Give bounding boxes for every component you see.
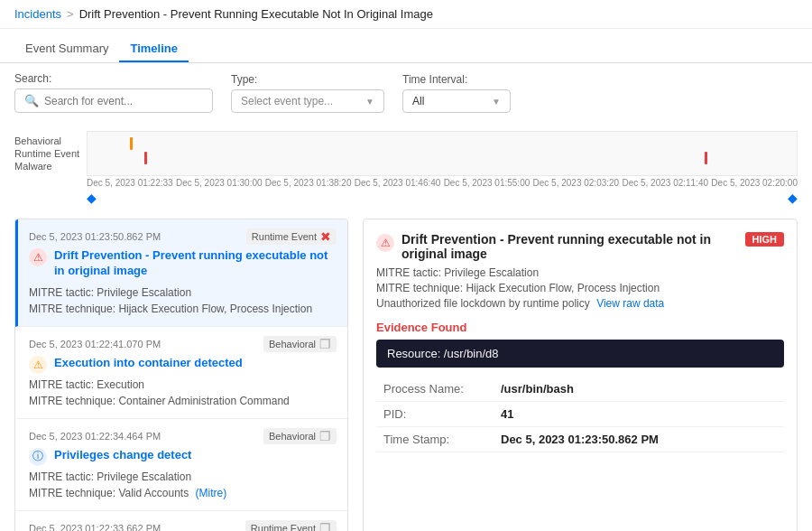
timeline-wrapper: Behavioral Runtime Event Malware Dec 5, … bbox=[14, 131, 798, 206]
timeline-label-0: Behavioral bbox=[14, 135, 87, 147]
event-badge-3: Behavioral ❐ bbox=[263, 428, 337, 444]
detail-header: ⚠ Drift Prevention - Prevent running exe… bbox=[376, 232, 784, 261]
event-item-3[interactable]: Dec 5, 2023 01:22:34.464 PM Behavioral ❐… bbox=[15, 419, 347, 511]
event-meta-1: MITRE tactic: Privilege Escalation MITRE… bbox=[29, 284, 337, 317]
evidence-value-1: 41 bbox=[494, 402, 784, 427]
main-content: Dec 5, 2023 01:23:50.862 PM Runtime Even… bbox=[0, 210, 812, 531]
time-6: Dec 5, 2023 02:11:40 bbox=[622, 178, 708, 188]
event-row-top-3: ⓘ Privileges change detect bbox=[29, 448, 337, 467]
time-7: Dec 5, 2023 02:20:00 bbox=[711, 178, 798, 188]
evidence-table: Process Name: /usr/bin/bash PID: 41 Time… bbox=[376, 377, 784, 452]
interval-label: Time Interval: bbox=[402, 73, 511, 86]
mitre-link-3[interactable]: (Mitre) bbox=[196, 487, 227, 499]
event-row-top-1: ⚠ Drift Prevention - Prevent running exe… bbox=[29, 248, 337, 283]
event-meta-3: MITRE tactic: Privilege Escalation MITRE… bbox=[29, 469, 337, 501]
time-1: Dec 5, 2023 01:30:00 bbox=[176, 178, 263, 188]
tabs-container: Event Summary Timeline bbox=[0, 29, 812, 63]
timeline-container: Behavioral Runtime Event Malware Dec 5, … bbox=[0, 122, 812, 210]
search-input[interactable] bbox=[44, 95, 203, 107]
event-item-2[interactable]: Dec 5, 2023 01:22:41.070 PM Behavioral ❐… bbox=[15, 327, 347, 419]
time-3: Dec 5, 2023 01:46:40 bbox=[355, 178, 441, 188]
event-title-1: Drift Prevention - Prevent running execu… bbox=[54, 248, 337, 279]
event-icon-1: ⚠ bbox=[29, 248, 47, 266]
detail-panel: ⚠ Drift Prevention - Prevent running exe… bbox=[363, 219, 798, 531]
detail-title: Drift Prevention - Prevent running execu… bbox=[401, 232, 736, 261]
view-raw-link[interactable]: View raw data bbox=[596, 297, 664, 310]
detail-mitre-tactic: MITRE tactic: Privilege Escalation bbox=[376, 266, 784, 279]
event-badge-2: Behavioral ❐ bbox=[263, 336, 337, 352]
timeline-labels-col: Behavioral Runtime Event Malware bbox=[14, 131, 87, 206]
timeline-chart: Dec 5, 2023 01:22:33 Dec 5, 2023 01:30:0… bbox=[87, 131, 798, 206]
interval-group: Time Interval: All ▼ bbox=[402, 73, 511, 113]
timeline-time-axis: Dec 5, 2023 01:22:33 Dec 5, 2023 01:30:0… bbox=[87, 176, 798, 190]
evidence-value-0: /usr/bin/bash bbox=[494, 377, 784, 402]
timeline-bar-area[interactable] bbox=[87, 131, 798, 176]
event-icon-3: ⓘ bbox=[29, 448, 47, 466]
evidence-row-1: PID: 41 bbox=[376, 402, 784, 427]
marker-right: ◆ bbox=[788, 191, 798, 205]
search-icon: 🔍 bbox=[24, 94, 39, 107]
events-list: Dec 5, 2023 01:23:50.862 PM Runtime Even… bbox=[14, 219, 348, 531]
event-badge-4: Runtime Event ❐ bbox=[245, 520, 337, 531]
type-group: Type: Select event type... ▼ bbox=[231, 73, 384, 113]
event-time-2: Dec 5, 2023 01:22:41.070 PM bbox=[29, 339, 161, 349]
type-select-value: Select event type... bbox=[241, 95, 333, 107]
event-header-2: Dec 5, 2023 01:22:41.070 PM Behavioral ❐ bbox=[29, 336, 337, 352]
cancel-icon: ✖ bbox=[320, 229, 331, 244]
interval-select[interactable]: All ▼ bbox=[402, 89, 511, 113]
evidence-row-0: Process Name: /usr/bin/bash bbox=[376, 377, 784, 402]
tick-runtime-1 bbox=[144, 152, 147, 164]
grid-icon-4: ❐ bbox=[319, 521, 331, 531]
time-2: Dec 5, 2023 01:38:20 bbox=[265, 178, 352, 188]
time-4: Dec 5, 2023 01:55:00 bbox=[444, 178, 531, 188]
search-label: Search: bbox=[14, 72, 213, 85]
time-0: Dec 5, 2023 01:22:33 bbox=[87, 178, 173, 188]
interval-value: All bbox=[412, 95, 424, 107]
tab-timeline[interactable]: Timeline bbox=[119, 36, 189, 62]
filters-row: Search: 🔍 Type: Select event type... ▼ T… bbox=[0, 63, 812, 122]
evidence-row-2: Time Stamp: Dec 5, 2023 01:23:50.862 PM bbox=[376, 427, 784, 452]
evidence-value-2: Dec 5, 2023 01:23:50.862 PM bbox=[494, 427, 784, 452]
detail-icon: ⚠ bbox=[376, 234, 394, 252]
event-item-1[interactable]: Dec 5, 2023 01:23:50.862 PM Runtime Even… bbox=[15, 219, 347, 327]
event-badge-1: Runtime Event ✖ bbox=[246, 228, 337, 245]
evidence-resource: Resource: /usr/bin/d8 bbox=[376, 340, 784, 368]
tick-runtime-2 bbox=[705, 152, 707, 164]
grid-icon-2: ❐ bbox=[319, 337, 331, 351]
timeline-label-1: Runtime Event bbox=[14, 147, 87, 160]
event-row-top-2: ⚠ Execution into container detected bbox=[29, 356, 337, 375]
evidence-label-2: Time Stamp: bbox=[376, 427, 494, 452]
event-icon-2: ⚠ bbox=[29, 356, 47, 374]
event-title-3: Privileges change detect bbox=[54, 448, 191, 463]
event-title-2: Execution into container detected bbox=[54, 356, 243, 371]
type-select[interactable]: Select event type... ▼ bbox=[231, 89, 384, 113]
breadcrumb-sep: > bbox=[67, 7, 74, 21]
badge-high: HIGH bbox=[745, 232, 785, 247]
event-time-4: Dec 5, 2023 01:22:33.662 PM bbox=[29, 523, 161, 531]
event-item-4[interactable]: Dec 5, 2023 01:22:33.662 PM Runtime Even… bbox=[15, 511, 347, 531]
chevron-down-icon2: ▼ bbox=[492, 97, 501, 107]
event-time-3: Dec 5, 2023 01:22:34.464 PM bbox=[29, 431, 161, 442]
tick-behavioral-1 bbox=[130, 137, 133, 150]
time-5: Dec 5, 2023 02:03:20 bbox=[533, 178, 620, 188]
breadcrumb-current: Drift Prevention - Prevent Running Execu… bbox=[79, 7, 433, 21]
event-header-1: Dec 5, 2023 01:23:50.862 PM Runtime Even… bbox=[29, 228, 337, 245]
evidence-label-0: Process Name: bbox=[376, 377, 494, 402]
type-label: Type: bbox=[231, 73, 384, 86]
tab-event-summary[interactable]: Event Summary bbox=[14, 36, 119, 62]
event-meta-2: MITRE tactic: Execution MITRE technique:… bbox=[29, 377, 337, 409]
evidence-header: Evidence Found bbox=[376, 321, 784, 334]
detail-description: Unauthorized file lockdown by runtime po… bbox=[376, 297, 784, 310]
grid-icon-3: ❐ bbox=[319, 429, 331, 443]
event-header-3: Dec 5, 2023 01:22:34.464 PM Behavioral ❐ bbox=[29, 428, 337, 444]
search-input-wrapper[interactable]: 🔍 bbox=[14, 88, 213, 113]
evidence-label-1: PID: bbox=[376, 402, 494, 427]
detail-mitre-technique: MITRE technique: Hijack Execution Flow, … bbox=[376, 282, 784, 294]
detail-title-wrapper: ⚠ Drift Prevention - Prevent running exe… bbox=[376, 232, 745, 261]
breadcrumb: Incidents > Drift Prevention - Prevent R… bbox=[0, 0, 812, 29]
event-time-1: Dec 5, 2023 01:23:50.862 PM bbox=[29, 231, 161, 242]
timeline-label-2: Malware bbox=[14, 160, 87, 172]
event-header-4: Dec 5, 2023 01:22:33.662 PM Runtime Even… bbox=[29, 520, 337, 531]
marker-left: ◆ bbox=[87, 191, 97, 205]
breadcrumb-link[interactable]: Incidents bbox=[14, 7, 61, 21]
